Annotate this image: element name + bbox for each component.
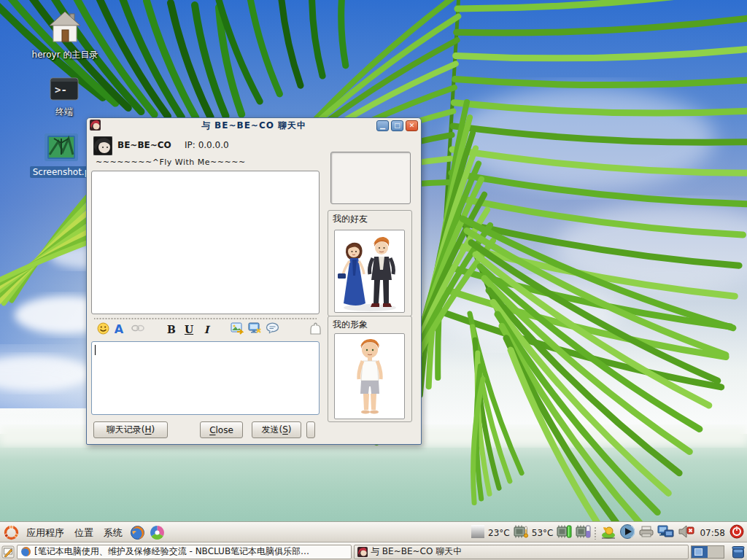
tray-separator [594, 526, 597, 540]
volume-muted-icon[interactable] [678, 524, 695, 541]
chat-window-icon [90, 120, 101, 133]
chat-history-button[interactable]: 聊天记录(H) [93, 421, 168, 438]
printer-tray-icon[interactable] [638, 525, 654, 540]
splitter-handle[interactable] [94, 317, 317, 320]
taskbar-window-chat[interactable]: 与 BE~BE~CO 聊天中 [354, 545, 689, 559]
close-button[interactable]: ✕ [406, 120, 418, 131]
font-color-icon[interactable]: A [112, 322, 126, 337]
peer-avatar[interactable] [93, 136, 112, 158]
taskbar-window-firefox[interactable]: [笔记本电脑使用、维护及保修经验交流 - NBCLUB笔记本电脑俱乐部… [17, 545, 352, 559]
friend-show-frame [330, 152, 411, 204]
screen-capture-icon[interactable] [247, 322, 262, 337]
text-caret [95, 345, 96, 355]
my-friends-label: 我的好友 [333, 213, 368, 225]
desktop-icon-label: Screenshot.p [30, 166, 93, 178]
desktop-icon-label: heroyr 的主目录 [29, 48, 101, 62]
system-menu[interactable]: 系统 [98, 525, 128, 541]
panel-collapse-handle[interactable] [306, 421, 315, 438]
chip-thermometer-icon[interactable] [513, 524, 529, 541]
terminal-icon: >- [50, 77, 79, 103]
quick-reply-icon[interactable] [265, 322, 279, 337]
my-avatar-label: 我的形象 [333, 319, 368, 331]
chat-window: 与 BE~BE~CO 聊天中 ▁ □ ✕ BE~BE~CO IP: 0.0.0.… [86, 117, 422, 445]
my-avatar-group: 我的形象 [328, 316, 412, 422]
ubuntu-menu-icon[interactable] [4, 525, 19, 540]
maximize-button[interactable]: □ [391, 120, 403, 131]
window-list-panel: [笔记本电脑使用、维护及保修经验交流 - NBCLUB笔记本电脑俱乐部… 与 B… [0, 542, 747, 560]
bold-button[interactable]: B [164, 322, 179, 337]
quit-applet-icon[interactable] [729, 524, 744, 541]
system-tray: 23°C 53°C [471, 524, 746, 542]
friends-image[interactable] [334, 230, 405, 313]
close-chat-button[interactable]: Close [200, 421, 243, 438]
message-input[interactable] [91, 341, 320, 415]
my-avatar-image[interactable] [334, 333, 405, 419]
home-folder-icon [48, 10, 82, 46]
places-menu[interactable]: 位置 [69, 525, 98, 541]
minimize-button[interactable]: ▁ [376, 120, 389, 131]
sensors-applet-icon[interactable] [471, 524, 485, 541]
send-image-icon[interactable] [230, 322, 244, 337]
emoticon-icon[interactable] [96, 322, 110, 337]
hyperlink-icon[interactable] [131, 322, 145, 337]
peer-name: BE~BE~CO [117, 140, 171, 150]
media-player-tray-icon[interactable] [619, 524, 635, 542]
workspace-1[interactable] [692, 546, 708, 558]
chip-battery-full-icon[interactable] [556, 524, 572, 541]
applications-menu[interactable]: 应用程序 [21, 525, 69, 541]
eva-launcher-icon[interactable] [150, 525, 165, 540]
desktop-icon-label: 终端 [53, 105, 76, 119]
desktop-icon-home[interactable]: heroyr 的主目录 [26, 10, 104, 62]
send-button[interactable]: 发送(S) [252, 421, 301, 438]
clock[interactable]: 07:58 [700, 528, 725, 538]
eva-tray-icon[interactable] [600, 524, 616, 541]
desktop: heroyr 的主目录 >- 终端 Screenshot.p [0, 0, 747, 560]
desktop-icon-terminal[interactable]: >- 终端 [35, 77, 93, 119]
show-desktop-button[interactable] [1, 545, 15, 559]
my-friends-group: 我的好友 [328, 210, 412, 316]
chip-battery-half-icon[interactable] [575, 524, 591, 541]
network-monitor-tray-icon[interactable] [657, 524, 675, 541]
gnome-main-panel: 应用程序 位置 系统 23°C [0, 522, 747, 542]
workspace-switcher [691, 545, 724, 559]
workspace-2[interactable] [708, 546, 724, 558]
trash-applet-icon[interactable] [731, 545, 746, 559]
firefox-launcher-icon[interactable] [130, 525, 145, 540]
nudge-icon[interactable] [308, 322, 322, 337]
chat-window-title: 与 BE~BE~CO 聊天中 [87, 120, 421, 132]
image-file-icon [44, 133, 79, 164]
cpu-temperature: 23°C [488, 528, 510, 538]
chat-window-titlebar[interactable]: 与 BE~BE~CO 聊天中 ▁ □ ✕ [87, 118, 421, 133]
underline-button[interactable]: U [182, 322, 196, 337]
italic-button[interactable]: I [199, 322, 214, 337]
peer-ip: IP: 0.0.0.0 [185, 140, 229, 150]
svg-text:>-: >- [55, 84, 67, 96]
message-history-area[interactable] [91, 171, 320, 314]
gpu-temperature: 53°C [532, 528, 554, 538]
peer-signature: ~~~~~~~~^Fly With Me~~~~~ [96, 158, 246, 167]
format-toolbar: A B U I [93, 322, 320, 338]
